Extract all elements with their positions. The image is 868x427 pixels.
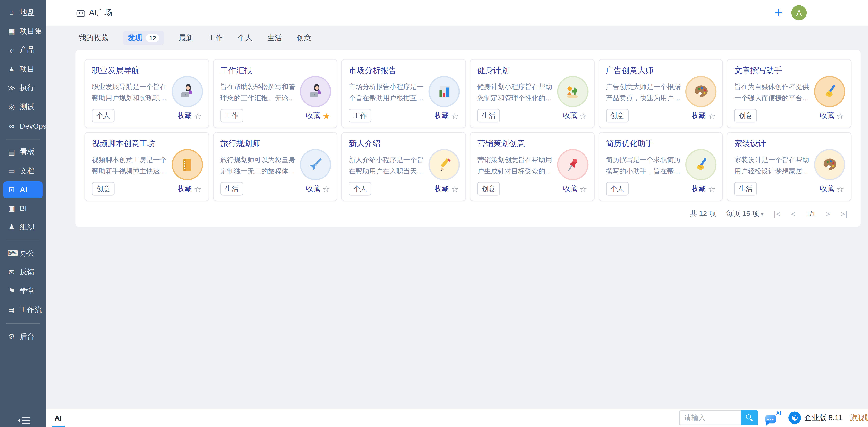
app-card[interactable]: 视频脚本创意工坊 视频脚本创意工房是一个帮助新手视频博主快速梳理视频… 创意 收… xyxy=(85,132,209,201)
sidebar-item-qa-search[interactable]: ◎ 测试 xyxy=(0,97,46,116)
search-input[interactable] xyxy=(679,410,741,425)
star-icon: ☆ xyxy=(580,184,587,193)
favorite-button[interactable]: 收藏 ☆ xyxy=(691,184,716,194)
favorite-button[interactable]: 收藏 ☆ xyxy=(435,111,459,120)
tab-创意[interactable]: 创意 xyxy=(297,33,311,43)
favorite-button[interactable]: 收藏 ☆ xyxy=(563,184,587,194)
search-button[interactable] xyxy=(741,410,758,425)
favorite-button[interactable]: 收藏 ☆ xyxy=(820,111,844,120)
favorite-button[interactable]: 收藏 ☆ xyxy=(820,184,844,194)
app-card[interactable]: 市场分析报告 市场分析报告小程序是一个旨在帮助用户根据互联网信息… 工作 收藏 … xyxy=(341,59,466,128)
card-title[interactable]: 视频脚本创意工坊 xyxy=(92,139,202,149)
user-avatar[interactable]: A xyxy=(791,5,807,20)
sidebar-item-workflow-arrows[interactable]: ⇉ 工作流 xyxy=(0,301,46,319)
app-card[interactable]: 家装设计 家装设计是一个旨在帮助用户轻松设计梦想家居，提供更… 生活 收藏 ☆ xyxy=(727,132,851,201)
card-title[interactable]: 营销策划创意 xyxy=(477,139,587,149)
sidebar-item-label: 执行 xyxy=(20,83,35,93)
first-page-button[interactable]: |< xyxy=(774,210,781,218)
card-category-tag: 创意 xyxy=(92,182,115,195)
sidebar-item-ai-robot[interactable]: ⊡ AI xyxy=(3,181,42,198)
sidebar-item-label: 后台 xyxy=(20,331,35,342)
favorite-button[interactable]: 收藏 ☆ xyxy=(178,184,202,194)
favorite-button[interactable]: 收藏 ☆ xyxy=(178,111,202,120)
tab-个人[interactable]: 个人 xyxy=(238,33,252,43)
app-card[interactable]: 工作汇报 旨在帮助您轻松撰写和管理您的工作汇报。无论是每周、… 工作 收藏 ★ xyxy=(213,59,338,128)
next-page-button[interactable]: > xyxy=(826,210,831,218)
favorite-button[interactable]: 收藏 ☆ xyxy=(691,111,716,120)
sidebar-collapse-button[interactable] xyxy=(0,419,46,422)
tab-最新[interactable]: 最新 xyxy=(179,33,193,43)
zentao-logo-icon[interactable]: ☯ xyxy=(788,411,801,424)
app-card[interactable]: 职业发展导航 职业发展导航是一个旨在帮助用户规划和实现职业目标的A… 个人 收藏… xyxy=(85,59,209,128)
tab-工作[interactable]: 工作 xyxy=(208,33,223,43)
star-icon: ☆ xyxy=(836,184,844,193)
sidebar-item-product-bulb[interactable]: ☼ 产品 xyxy=(0,41,46,60)
sidebar-item-tutorial-flag[interactable]: ⚑ 学堂 xyxy=(0,282,46,301)
app-card[interactable]: 广告创意大师 广告创意大师是一个根据产品卖点，快速为用户提供广告… 创意 收藏 … xyxy=(598,59,723,128)
prev-page-button[interactable]: < xyxy=(791,210,796,218)
page-size-dropdown[interactable]: 每页 15 项▾ xyxy=(726,209,764,219)
search-icon xyxy=(746,414,753,421)
card-title[interactable]: 家装设计 xyxy=(734,139,844,149)
app-card[interactable]: 简历优化助手 简历撰写是一个求职简历撰写的小助手，旨在帮助用户优… 个人 收藏 … xyxy=(598,132,723,201)
sidebar-divider xyxy=(6,323,40,324)
sidebar-item-office-oa[interactable]: ⌨ 办公 xyxy=(0,244,46,263)
sidebar-item-program-set[interactable]: ▦ 项目集 xyxy=(0,22,46,41)
add-app-button[interactable]: + xyxy=(775,6,783,20)
tutorial-flag-icon: ⚑ xyxy=(7,287,16,296)
bi-dashboard-icon: ▣ xyxy=(7,204,16,212)
card-title[interactable]: 职业发展导航 xyxy=(92,66,202,76)
writing-hand-icon xyxy=(686,149,717,180)
card-description: 营销策划创意旨在帮助用户生成针对目标受众的策划创意… xyxy=(477,154,553,177)
sidebar-item-settings-gear[interactable]: ⚙ 后台 xyxy=(0,327,46,346)
card-title[interactable]: 文章撰写助手 xyxy=(734,66,844,76)
sidebar-item-label: 地盘 xyxy=(20,7,35,18)
sidebar-item-devops-infinity[interactable]: ∞ DevOps xyxy=(0,117,46,135)
tab-我的收藏[interactable]: 我的收藏 xyxy=(79,33,108,43)
star-icon: ☆ xyxy=(451,112,459,120)
sidebar-item-kanban-board[interactable]: ▤ 看板 xyxy=(0,143,46,162)
card-title[interactable]: 旅行规划师 xyxy=(220,139,330,149)
favorite-button[interactable]: 收藏 ☆ xyxy=(306,184,330,194)
card-description: 职业发展导航是一个旨在帮助用户规划和实现职业目标的A… xyxy=(92,81,167,104)
app-card[interactable]: 文章撰写助手 旨在为自媒体创作者提供一个强大而便捷的平台，助力您… 创意 收藏 … xyxy=(727,59,851,128)
sidebar-item-feedback-mail[interactable]: ✉ 反馈 xyxy=(0,263,46,282)
star-icon: ☆ xyxy=(708,112,716,120)
card-title[interactable]: 工作汇报 xyxy=(220,66,330,76)
chevron-down-icon: ▾ xyxy=(761,211,764,217)
card-title[interactable]: 简历优化助手 xyxy=(606,139,715,149)
sidebar-item-execution-run[interactable]: ≫ 执行 xyxy=(0,79,46,97)
app-card[interactable]: 新人介绍 新人介绍小程序是一个旨在帮助用户在入职当天，快速编… 个人 收藏 ☆ xyxy=(341,132,466,201)
app-card[interactable]: 健身计划 健身计划小程序旨在帮助您制定和管理个性化的健身计划… 生活 收藏 ☆ xyxy=(470,59,594,128)
sidebar-item-org-people[interactable]: ♟ 组织 xyxy=(0,218,46,237)
card-category-tag: 工作 xyxy=(349,109,372,122)
feedback-mail-icon: ✉ xyxy=(7,268,16,276)
sidebar-item-project-rocket[interactable]: ▲ 项目 xyxy=(0,60,46,79)
last-page-button[interactable]: >| xyxy=(841,210,848,218)
upgrade-link[interactable]: 旗舰版 ↑ xyxy=(850,413,868,423)
card-title[interactable]: 新人介绍 xyxy=(349,139,459,149)
category-tabs: 我的收藏 发现 12 最新 工作 个人 生活 创意 xyxy=(79,30,868,46)
sidebar-item-home[interactable]: ⌂ 地盘 xyxy=(0,3,46,22)
sidebar-item-document[interactable]: ▭ 文档 xyxy=(0,162,46,181)
star-icon: ☆ xyxy=(194,184,202,193)
program-set-icon: ▦ xyxy=(7,27,16,35)
tab-生活[interactable]: 生活 xyxy=(267,33,282,43)
app-card[interactable]: 营销策划创意 营销策划创意旨在帮助用户生成针对目标受众的策划创意… 创意 收藏 … xyxy=(470,132,594,201)
favorite-button[interactable]: 收藏 ☆ xyxy=(563,111,587,120)
card-category-tag: 创意 xyxy=(734,109,757,122)
sidebar-item-label: 看板 xyxy=(20,147,35,157)
tab-发现[interactable]: 发现 12 xyxy=(123,31,164,45)
favorite-button[interactable]: 收藏 ★ xyxy=(306,111,330,120)
chat-bubble-icon: ••• xyxy=(765,415,776,423)
ai-chat-icon[interactable]: ••• AI xyxy=(765,411,781,424)
app-card[interactable]: 旅行规划师 旅行规划师可以为您量身定制独一无二的旅程体验，让旅… 生活 收藏 ☆ xyxy=(213,132,338,201)
card-title[interactable]: 广告创意大师 xyxy=(606,66,715,76)
favorite-button[interactable]: 收藏 ☆ xyxy=(435,184,459,194)
card-category-tag: 生活 xyxy=(734,182,757,195)
card-title[interactable]: 市场分析报告 xyxy=(349,66,459,76)
card-description: 视频脚本创意工房是一个帮助新手视频博主快速梳理视频… xyxy=(92,154,167,177)
card-title[interactable]: 健身计划 xyxy=(477,66,587,76)
bottom-tab-ai[interactable]: AI xyxy=(53,408,64,427)
sidebar-item-bi-dashboard[interactable]: ▣ BI xyxy=(0,199,46,218)
